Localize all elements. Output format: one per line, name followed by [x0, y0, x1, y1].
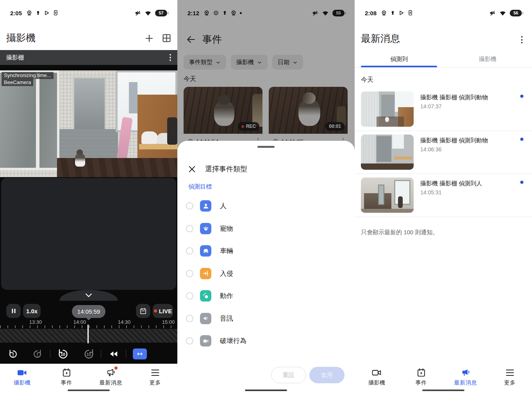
nav-item-cameras[interactable]: 攝影機 [5, 367, 39, 386]
timeline-scrubber[interactable] [0, 329, 177, 343]
timeline-label: 15:00 [162, 319, 175, 325]
option-vehicle[interactable]: 車輛 [177, 240, 355, 262]
nav-item-cameras[interactable]: 攝影機 [360, 367, 394, 386]
radio-unchecked[interactable] [186, 202, 193, 210]
megaphone-icon [461, 368, 471, 377]
seek-controls: 10 10 [0, 345, 177, 363]
sheet-footer: 重設 套用 [177, 367, 355, 384]
notification-thumbnail [361, 135, 414, 170]
option-pet[interactable]: 寵物 [177, 217, 355, 240]
overflow-menu-button[interactable] [520, 34, 524, 45]
nav-label: 更多 [504, 379, 516, 386]
radio-unchecked[interactable] [186, 225, 193, 232]
second-camera-placeholder[interactable] [1, 178, 176, 290]
nav-item-events[interactable]: 事件 [50, 367, 83, 386]
sheet-drag-handle[interactable] [257, 146, 275, 148]
radio-unchecked[interactable] [186, 337, 193, 345]
chevron-down-icon [84, 293, 93, 298]
camera-feed[interactable]: Synchronizing time... BeeCamera [0, 70, 177, 177]
nav-label: 更多 [150, 379, 161, 386]
fast-rewind-icon[interactable] [107, 347, 120, 361]
page-title: 攝影機 [6, 31, 36, 44]
forward-seconds: 10 [82, 352, 95, 357]
webcam-icon [26, 10, 32, 16]
skip-next-event-icon[interactable] [30, 347, 44, 361]
scene-building [129, 82, 137, 113]
car-icon [202, 247, 210, 255]
radio-unchecked[interactable] [186, 315, 193, 322]
notification-title: 攝影機 攝影棚 偵測到動物 [420, 94, 513, 101]
notification-title: 攝影機 攝影棚 偵測到人 [420, 180, 513, 187]
playback-speed-button[interactable]: 1.0x [23, 304, 41, 318]
calendar-event-icon [416, 368, 426, 377]
option-motion[interactable]: 動作 [177, 285, 355, 307]
videocam-icon [371, 368, 382, 377]
scene-furniture [364, 193, 391, 210]
event-type-options: 人 寵物 車輛 入侵 動作 [177, 195, 355, 352]
option-tamper[interactable]: 破壞行為 [177, 330, 355, 352]
scene-cat-head [77, 149, 83, 155]
replay-seconds: 10 [56, 352, 70, 357]
nav-item-more[interactable]: 更多 [138, 367, 172, 386]
radio-unchecked[interactable] [186, 292, 193, 300]
radio-unchecked[interactable] [186, 247, 193, 255]
option-label: 入侵 [220, 269, 233, 278]
panel-camera-live: 2:05 57 攝影機 攝影棚 [0, 0, 177, 395]
gesture-bar[interactable] [422, 390, 464, 391]
radio-unchecked[interactable] [186, 270, 193, 277]
calendar-event-icon [62, 368, 71, 377]
webcam-icon [381, 10, 387, 16]
live-button[interactable]: LIVE [153, 304, 173, 318]
camera-menu-button[interactable] [170, 54, 171, 61]
status-time: 2:08 [365, 10, 377, 16]
status-bar: 2:08 56 [355, 8, 532, 18]
calendar-button[interactable] [136, 304, 150, 318]
skip-previous-event-icon[interactable] [6, 347, 20, 361]
close-button[interactable] [187, 165, 196, 174]
tab-detected[interactable]: 偵測到 [355, 51, 443, 67]
option-audio[interactable]: 音訊 [177, 307, 355, 330]
notification-title: 攝影機 攝影棚 偵測到動物 [420, 137, 513, 144]
wifi-icon [499, 10, 506, 16]
nav-label: 事件 [61, 379, 72, 386]
pause-button[interactable] [6, 304, 21, 318]
notification-thumbnail [361, 92, 414, 127]
player-zone: 1.0x 14:05:59 LIVE 13:30 14:00 14:30 15:… [0, 177, 177, 364]
unread-dot [520, 95, 523, 98]
collapse-handle[interactable] [59, 290, 118, 301]
nav-item-more[interactable]: 更多 [493, 367, 527, 386]
option-label: 破壞行為 [220, 336, 246, 345]
gesture-bar[interactable] [68, 390, 110, 391]
playhead[interactable] [87, 325, 89, 343]
gesture-bar[interactable] [245, 390, 287, 391]
add-camera-button[interactable] [144, 33, 154, 43]
expand-horizontal-icon [136, 350, 144, 357]
wifi-icon [145, 10, 152, 16]
notification-item[interactable]: 攝影機 攝影棚 偵測到動物 14:06:36 [355, 131, 532, 174]
apply-button[interactable]: 套用 [309, 367, 345, 383]
volume-muted-icon [134, 10, 141, 16]
replay-10-icon[interactable]: 10 [56, 347, 70, 361]
event-type-bottom-sheet: 選擇事件類型 偵測目標 人 寵物 車輛 入侵 [177, 141, 355, 395]
calendar-icon [139, 307, 147, 315]
option-person[interactable]: 人 [177, 195, 355, 217]
notification-item[interactable]: 攝影機 攝影棚 偵測到動物 14:07:37 [355, 88, 532, 131]
scene-floor [377, 117, 404, 127]
notification-item[interactable]: 攝影機 攝影棚 偵測到人 14:05:31 [355, 174, 532, 217]
phone-download-icon [407, 10, 413, 16]
scene-door [377, 136, 391, 162]
live-dot [154, 309, 157, 312]
forward-10-icon[interactable]: 10 [82, 347, 95, 361]
divider [50, 350, 50, 358]
tamper-icon [202, 337, 210, 345]
nav-item-events[interactable]: 事件 [404, 367, 438, 386]
reset-button[interactable]: 重設 [271, 367, 306, 383]
tab-cameras[interactable]: 攝影機 [443, 51, 532, 67]
grid-layout-button[interactable] [161, 33, 172, 43]
nav-item-news[interactable]: 最新消息 [449, 367, 482, 386]
expand-horizontal-button[interactable] [133, 348, 147, 359]
option-intrusion[interactable]: 入侵 [177, 262, 355, 285]
scene-floor [361, 209, 414, 213]
keyhole-icon [36, 10, 41, 16]
nav-item-news[interactable]: 最新消息 [94, 367, 128, 386]
